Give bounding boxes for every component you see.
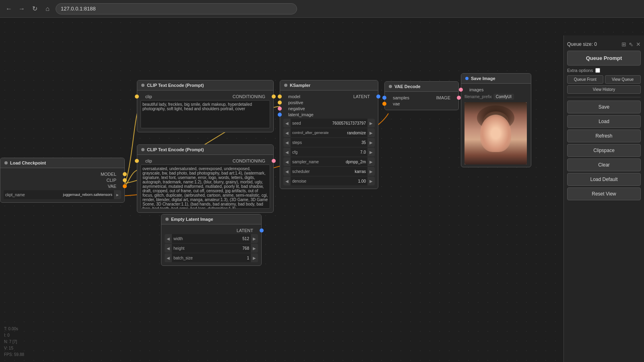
- empty-port-latent: LATENT: [165, 228, 258, 233]
- seed-arrow-left[interactable]: ◀: [283, 119, 291, 128]
- batch-arrow-right[interactable]: ▶: [251, 253, 258, 262]
- back-button[interactable]: ←: [4, 4, 14, 14]
- queue-size-label: Queue size: 0: [567, 41, 597, 47]
- scheduler-label: scheduler: [291, 169, 353, 174]
- ksampler-latentimg-label: latent_image: [288, 112, 314, 117]
- scheduler-value[interactable]: karras: [353, 169, 367, 174]
- port-conditioning2-dot[interactable]: [272, 159, 276, 163]
- sampler-arrow-left[interactable]: ◀: [283, 157, 291, 166]
- cfg-value[interactable]: 7.0: [359, 150, 367, 154]
- forward-button[interactable]: →: [17, 4, 27, 14]
- sampler-arrow-right[interactable]: ▶: [367, 157, 375, 166]
- vae-image-out[interactable]: [457, 96, 461, 100]
- node-vae-title: VAE Decode: [394, 84, 421, 89]
- control-value[interactable]: randomize: [345, 131, 367, 135]
- param-batch: ◀ batch_size 1 ▶: [165, 253, 258, 262]
- ckpt-name-row: ckpt_name juggernaut_reborn.safetensors …: [4, 190, 121, 199]
- width-arrow-right[interactable]: ▶: [251, 234, 258, 243]
- clip1-prompt-textarea[interactable]: beautiful lady, freckles, big smile, dar…: [140, 100, 270, 128]
- denoise-arrow-right[interactable]: ▶: [367, 177, 375, 185]
- seed-value[interactable]: 760057617373797: [331, 121, 367, 125]
- port-clip-out[interactable]: [123, 178, 127, 182]
- port-vae-out[interactable]: [123, 184, 127, 188]
- reset-view-button[interactable]: Reset View: [567, 187, 641, 200]
- ksampler-positive-in[interactable]: [278, 101, 282, 105]
- ksampler-negative-in[interactable]: [278, 107, 282, 111]
- height-arrow-left[interactable]: ◀: [165, 244, 172, 253]
- vae-vae-in[interactable]: [382, 102, 386, 106]
- node-clip2-title: CLIP Text Encode (Prompt): [147, 147, 204, 152]
- ksampler-latent-out[interactable]: [376, 95, 380, 99]
- filename-prefix-value[interactable]: ComfyUI: [493, 94, 514, 100]
- batch-value[interactable]: 1: [245, 256, 251, 260]
- empty-latent-out[interactable]: [260, 228, 264, 232]
- ksampler-model-in[interactable]: [278, 95, 282, 99]
- sampler-value[interactable]: dpmpp_2m: [344, 160, 367, 164]
- load-default-button[interactable]: Load Default: [567, 173, 641, 186]
- save-images-in[interactable]: [459, 88, 463, 92]
- width-value[interactable]: 512: [241, 237, 251, 241]
- denoise-arrow-left[interactable]: ◀: [283, 177, 291, 185]
- refresh-button-sidebar[interactable]: Refresh: [567, 130, 641, 142]
- steps-arrow-left[interactable]: ◀: [283, 138, 291, 147]
- clip2-prompt-textarea[interactable]: oversaturated, undersaturated, overexpos…: [140, 165, 270, 209]
- node-load-checkpoint-body: MODEL CLIP VAE ckpt_name juggernaut_rebo…: [0, 168, 124, 202]
- port-conditioning1-label: CONDITIONING: [233, 94, 265, 99]
- save-button[interactable]: Save: [567, 101, 641, 113]
- port-model-out[interactable]: [123, 172, 127, 176]
- height-arrow-right[interactable]: ▶: [251, 244, 258, 253]
- control-arrow-left[interactable]: ◀: [283, 128, 291, 137]
- url-bar[interactable]: [56, 3, 297, 14]
- vae-samples-in[interactable]: [382, 96, 386, 100]
- seed-arrow-right[interactable]: ▶: [367, 119, 375, 128]
- extra-options-checkbox[interactable]: [595, 68, 600, 73]
- vae-port-vae: vae: [388, 101, 455, 106]
- filename-row: filename_prefix ComfyUI: [464, 94, 528, 100]
- node-dot-clip2: [141, 148, 144, 151]
- clear-button[interactable]: Clear: [567, 158, 641, 171]
- steps-arrow-right[interactable]: ▶: [367, 138, 375, 147]
- cfg-arrow-right[interactable]: ▶: [367, 148, 375, 156]
- port-conditioning1-dot[interactable]: [272, 95, 276, 99]
- port-clip1-dot[interactable]: [135, 95, 139, 99]
- scheduler-arrow-left[interactable]: ◀: [283, 167, 291, 176]
- scheduler-arrow-right[interactable]: ▶: [367, 167, 375, 176]
- close-icon[interactable]: ✕: [636, 41, 641, 47]
- clipspace-button[interactable]: Clipspace: [567, 144, 641, 157]
- sidebar-right: Queue size: 0 ⊞ ⇖ ✕ Queue Prompt Extra o…: [564, 35, 644, 362]
- node-save-image: Save Image images filename_prefix ComfyU…: [461, 73, 531, 167]
- node-ksampler-body: model LATENT positive negative latent_im…: [280, 90, 378, 189]
- home-button[interactable]: ⌂: [43, 4, 52, 14]
- node-dot-ksampler: [284, 84, 287, 87]
- node-empty-latent-body: LATENT ◀ width 512 ▶ ◀ height 768 ▶ ◀ ba…: [161, 224, 261, 265]
- node-clip-text-2: CLIP Text Encode (Prompt) clip CONDITION…: [137, 144, 274, 213]
- load-button[interactable]: Load: [567, 115, 641, 128]
- batch-arrow-left[interactable]: ◀: [165, 253, 172, 262]
- denoise-label: denoise: [291, 179, 357, 183]
- height-value[interactable]: 768: [241, 246, 251, 251]
- ckpt-name-value[interactable]: juggernaut_reborn.safetensors: [61, 193, 114, 197]
- control-arrow-right[interactable]: ▶: [367, 128, 375, 137]
- port-clip2-in: clip CONDITIONING: [140, 158, 270, 163]
- param-control: ◀ control_after_generate randomize ▶: [283, 128, 375, 137]
- view-queue-button[interactable]: View Queue: [605, 75, 641, 84]
- ksampler-model-label: model: [288, 94, 300, 99]
- port-clip2-dot[interactable]: [135, 159, 139, 163]
- width-arrow-left[interactable]: ◀: [165, 234, 172, 243]
- queue-prompt-button[interactable]: Queue Prompt: [567, 51, 641, 66]
- steps-value[interactable]: 35: [360, 140, 367, 145]
- node-vae-header: VAE Decode: [385, 82, 458, 92]
- refresh-button[interactable]: ↻: [30, 4, 39, 14]
- queue-front-button[interactable]: Queue Front: [567, 75, 603, 84]
- view-history-button[interactable]: View History: [567, 85, 641, 94]
- denoise-value[interactable]: 1.00: [357, 179, 367, 183]
- empty-latent-label: LATENT: [237, 228, 253, 233]
- cfg-arrow-left[interactable]: ◀: [283, 148, 291, 156]
- ckpt-arrow-right[interactable]: ►: [114, 190, 121, 199]
- resize-icon: ⇖: [629, 41, 634, 47]
- ksampler-latentimg-in[interactable]: [278, 113, 282, 117]
- param-denoise: ◀ denoise 1.00 ▶: [283, 177, 375, 185]
- port-row-vae-out: VAE: [4, 184, 121, 189]
- status-v: V: 15: [4, 345, 24, 352]
- canvas-area[interactable]: Load Checkpoint MODEL CLIP VAE ckpt_name…: [0, 18, 644, 362]
